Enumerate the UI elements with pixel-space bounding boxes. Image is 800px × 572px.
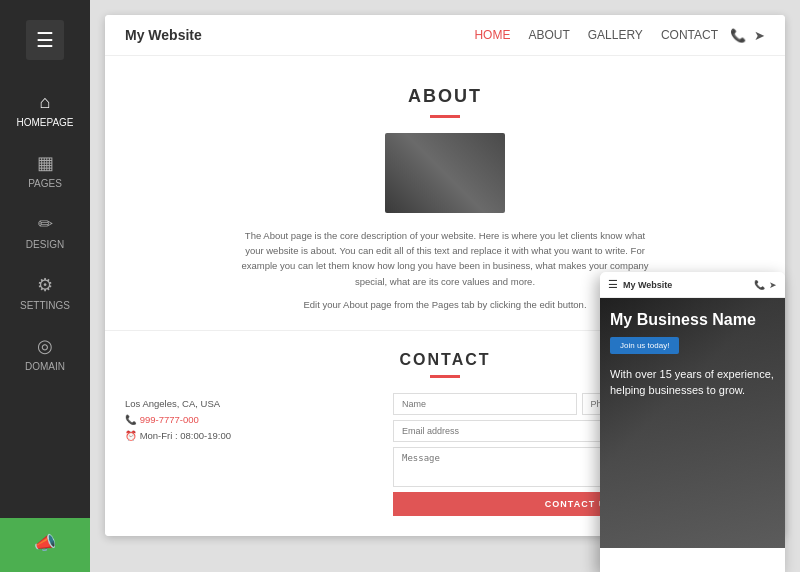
mobile-nav-icons: 📞 ➤ <box>754 280 777 290</box>
mobile-hero-content: My Business Name Join us today! With ove… <box>600 298 785 548</box>
site-nav-icons: 📞 ➤ <box>730 28 765 43</box>
nav-home[interactable]: HOME <box>474 28 510 42</box>
mobile-direction-icon: ➤ <box>769 280 777 290</box>
sidebar-item-settings[interactable]: ⚙ SETTINGS <box>0 262 90 323</box>
mobile-hamburger-icon: ☰ <box>608 278 618 291</box>
nav-about[interactable]: ABOUT <box>528 28 569 42</box>
contact-info: Los Angeles, CA, USA 📞 999-7777-000 ⏰ Mo… <box>125 393 373 441</box>
about-title: ABOUT <box>125 86 765 107</box>
sidebar-item-design[interactable]: ✏ DESIGN <box>0 201 90 262</box>
nav-gallery[interactable]: GALLERY <box>588 28 643 42</box>
about-image <box>385 133 505 213</box>
phone-nav-icon: 📞 <box>730 28 746 43</box>
about-description: The About page is the core description o… <box>235 228 655 289</box>
design-icon: ✏ <box>38 213 53 235</box>
sidebar-top: ☰ <box>0 10 90 70</box>
about-image-inner <box>385 133 505 213</box>
mobile-logo: My Website <box>623 280 754 290</box>
home-icon: ⌂ <box>40 92 51 113</box>
nav-contact[interactable]: CONTACT <box>661 28 718 42</box>
sidebar-item-homepage[interactable]: ⌂ HOMEPAGE <box>0 80 90 140</box>
sidebar: ☰ ⌂ HOMEPAGE ▦ PAGES ✏ DESIGN ⚙ SETTINGS… <box>0 0 90 572</box>
contact-phone: 📞 999-7777-000 <box>125 414 373 425</box>
main-area: My Website HOME ABOUT GALLERY CONTACT 📞 … <box>90 0 800 572</box>
hamburger-icon[interactable]: ☰ <box>26 20 64 60</box>
sidebar-item-domain[interactable]: ◎ DOMAIN <box>0 323 90 384</box>
mobile-preview: ☰ My Website 📞 ➤ My Business Name Join u… <box>600 272 785 572</box>
contact-underline <box>430 375 460 378</box>
domain-icon: ◎ <box>37 335 53 357</box>
mobile-business-name: My Business Name <box>610 310 775 329</box>
sidebar-item-promote[interactable]: 📣 <box>0 518 90 572</box>
name-input[interactable] <box>393 393 577 415</box>
sidebar-item-pages[interactable]: ▦ PAGES <box>0 140 90 201</box>
contact-hours: ⏰ Mon-Fri : 08:00-19:00 <box>125 430 373 441</box>
about-underline <box>430 115 460 118</box>
site-navbar: My Website HOME ABOUT GALLERY CONTACT 📞 … <box>105 15 785 56</box>
pages-icon: ▦ <box>37 152 54 174</box>
mobile-join-button[interactable]: Join us today! <box>610 337 679 354</box>
mobile-hero: My Business Name Join us today! With ove… <box>600 298 785 548</box>
contact-address: Los Angeles, CA, USA <box>125 398 373 409</box>
mobile-navbar: ☰ My Website 📞 ➤ <box>600 272 785 298</box>
site-logo: My Website <box>125 27 474 43</box>
promote-icon: 📣 <box>34 532 56 554</box>
direction-nav-icon: ➤ <box>754 28 765 43</box>
settings-icon: ⚙ <box>37 274 53 296</box>
mobile-phone-icon: 📞 <box>754 280 765 290</box>
site-nav-links: HOME ABOUT GALLERY CONTACT <box>474 28 718 42</box>
mobile-description: With over 15 years of experience, helpin… <box>610 367 775 398</box>
